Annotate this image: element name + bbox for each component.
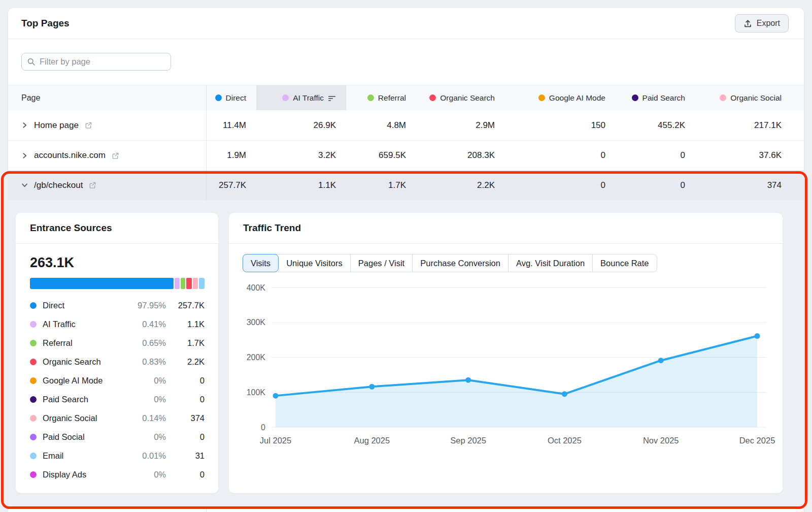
- y-tick-label: 100K: [247, 388, 266, 397]
- channel-label: Organic Search: [440, 93, 495, 103]
- source-label: Display Ads: [43, 470, 127, 479]
- metric-value: 659.5K: [346, 141, 416, 170]
- data-point[interactable]: [273, 393, 279, 399]
- metric-value: 1.7K: [346, 170, 416, 200]
- export-button[interactable]: Export: [735, 14, 789, 33]
- data-point[interactable]: [369, 384, 375, 390]
- metric-value: 150: [505, 110, 616, 140]
- source-label: Organic Search: [43, 357, 127, 367]
- source-percent: 0%: [127, 470, 166, 479]
- open-page-link[interactable]: [89, 181, 96, 189]
- data-point[interactable]: [658, 358, 664, 363]
- page-name[interactable]: /gb/checkout: [34, 180, 83, 190]
- data-point[interactable]: [465, 377, 471, 383]
- metric-value: 1.1K: [256, 170, 346, 200]
- tab-bounce-rate[interactable]: Bounce Rate: [592, 254, 656, 272]
- tab-avg-visit-duration[interactable]: Avg. Visit Duration: [508, 254, 592, 272]
- table-header-row: Page DirectAI TrafficReferralOrganic Sea…: [8, 85, 804, 110]
- channel-color-dot: [367, 94, 374, 101]
- table-row[interactable]: accounts.nike.com1.9M3.2K659.5K208.3K003…: [8, 140, 804, 170]
- source-label: Referral: [43, 338, 127, 348]
- source-percent: 0.01%: [127, 451, 166, 461]
- source-percent: 0%: [127, 376, 166, 386]
- source-color-dot: [30, 396, 37, 403]
- trend-chart: 0100K200K300K400KJul 2025Aug 2025Sep 202…: [229, 274, 783, 457]
- page-column-label: Page: [21, 93, 40, 103]
- filter-input[interactable]: [40, 57, 165, 67]
- source-label: Email: [43, 451, 127, 461]
- filter-zone: [8, 39, 804, 85]
- source-row: Referral0.65%1.7K: [30, 334, 205, 353]
- metric-value: 0: [505, 170, 616, 200]
- channel-header-paid-search[interactable]: Paid Search: [616, 85, 695, 110]
- source-row: Email0.01%31: [30, 446, 205, 465]
- table-body: Home page11.4M26.9K4.8M2.9M150455.2K217.…: [8, 110, 804, 170]
- page-column-header[interactable]: Page: [8, 85, 207, 110]
- tab-visits[interactable]: Visits: [243, 254, 279, 272]
- source-color-dot: [30, 321, 37, 328]
- source-value: 0: [166, 470, 205, 479]
- entrance-stacked-bar: [30, 278, 205, 289]
- expand-toggle[interactable]: [21, 122, 28, 129]
- x-tick-label: Aug 2025: [354, 436, 390, 445]
- tab-unique-visitors[interactable]: Unique Visitors: [279, 254, 350, 272]
- bar-segment: [181, 278, 186, 289]
- metric-value: 0: [616, 170, 695, 200]
- channel-color-dot: [282, 94, 289, 101]
- metric-value: 2.9M: [416, 110, 505, 140]
- channel-header-google-ai-mode[interactable]: Google AI Mode: [505, 85, 616, 110]
- channel-label: Google AI Mode: [549, 93, 605, 103]
- source-label: Organic Social: [43, 413, 127, 423]
- traffic-trend-title: Traffic Trend: [243, 222, 301, 234]
- table-row[interactable]: Home page11.4M26.9K4.8M2.9M150455.2K217.…: [8, 110, 804, 140]
- tab-purchase-conversion[interactable]: Purchase Conversion: [412, 254, 508, 272]
- source-color-dot: [30, 359, 37, 365]
- open-page-link[interactable]: [112, 152, 119, 159]
- metric-value: 1.9M: [207, 141, 256, 170]
- expand-toggle[interactable]: [21, 152, 28, 159]
- chevron-down-icon: [21, 182, 28, 188]
- channel-color-dot: [429, 94, 436, 101]
- x-tick-label: Oct 2025: [548, 436, 582, 445]
- source-label: Paid Search: [43, 395, 127, 404]
- channel-header-direct[interactable]: Direct: [207, 85, 256, 110]
- source-row: Direct97.95%257.7K: [30, 296, 205, 315]
- top-pages-card: Top Pages Export Page DirectAI TrafficR: [8, 8, 804, 512]
- channel-color-dot: [720, 94, 726, 101]
- source-value: 0: [166, 395, 205, 404]
- page-name[interactable]: accounts.nike.com: [34, 150, 106, 161]
- source-percent: 0.14%: [127, 413, 166, 423]
- external-link-icon: [112, 152, 119, 159]
- traffic-trend-panel: Traffic Trend VisitsUnique VisitorsPages…: [229, 213, 783, 493]
- channel-label: Referral: [378, 93, 406, 103]
- open-page-link[interactable]: [85, 121, 92, 129]
- page-title: Top Pages: [21, 18, 70, 29]
- x-tick-label: Nov 2025: [643, 436, 679, 445]
- source-value: 257.7K: [166, 301, 205, 310]
- source-value: 1.1K: [166, 319, 205, 329]
- channel-header-ai-traffic[interactable]: AI Traffic: [256, 85, 346, 110]
- collapse-toggle[interactable]: [21, 182, 28, 188]
- channel-header-organic-search[interactable]: Organic Search: [416, 85, 505, 110]
- metric-value: 208.3K: [416, 141, 505, 170]
- page-name[interactable]: Home page: [34, 120, 79, 131]
- sort-descending-icon: [328, 94, 336, 102]
- data-point[interactable]: [755, 333, 760, 339]
- table-row[interactable]: /gb/checkout257.7K1.1K1.7K2.2K00374: [8, 170, 804, 200]
- data-point[interactable]: [562, 391, 567, 397]
- source-color-dot: [30, 302, 37, 309]
- channel-header-organic-social[interactable]: Organic Social: [695, 85, 792, 110]
- source-percent: 0%: [127, 432, 166, 442]
- source-label: Google AI Mode: [43, 376, 127, 386]
- entrance-source-list: Direct97.95%257.7KAI Traffic0.41%1.1KRef…: [30, 296, 205, 484]
- tab-pages-visit[interactable]: Pages / Visit: [350, 254, 412, 272]
- source-label: Paid Social: [43, 432, 127, 442]
- channel-color-dot: [538, 94, 545, 101]
- source-row: Google AI Mode0%0: [30, 371, 205, 390]
- x-tick-label: Jul 2025: [260, 436, 291, 445]
- search-icon: [27, 57, 36, 66]
- source-percent: 0%: [127, 395, 166, 404]
- source-label: Direct: [43, 301, 127, 310]
- source-row: AI Traffic0.41%1.1K: [30, 315, 205, 334]
- channel-header-referral[interactable]: Referral: [346, 85, 416, 110]
